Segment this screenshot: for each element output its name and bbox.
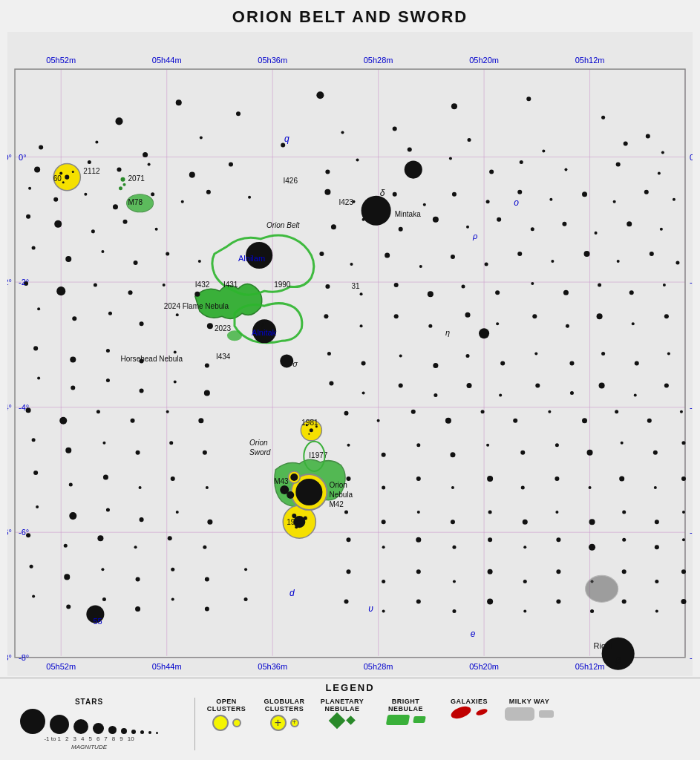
svg-point-69 (526, 96, 531, 101)
svg-point-129 (531, 227, 534, 231)
svg-point-280 (451, 520, 455, 524)
svg-point-218 (634, 394, 637, 397)
svg-point-154 (94, 284, 97, 287)
svg-point-310 (205, 577, 209, 581)
svg-point-112 (517, 190, 522, 194)
svg-point-126 (433, 217, 439, 223)
svg-point-105 (248, 196, 251, 199)
svg-point-124 (362, 218, 365, 221)
svg-point-338 (622, 599, 627, 603)
legend-star-mag1 (20, 709, 45, 734)
svg-point-199 (569, 361, 574, 365)
svg-point-327 (171, 597, 174, 600)
legend-stars-row (20, 709, 158, 734)
legend-area: LEGEND STARS -1 to 1 (0, 678, 700, 760)
svg-point-94 (520, 160, 523, 164)
svg-point-168 (663, 284, 666, 286)
svg-point-191 (205, 363, 209, 367)
svg-point-153 (56, 286, 65, 295)
svg-point-255 (69, 482, 73, 486)
svg-point-244 (382, 453, 386, 457)
main-container: ORION BELT AND SWORD 05h52m 05h44m (0, 0, 700, 760)
svg-point-329 (244, 597, 248, 601)
svg-point-291 (134, 546, 137, 548)
svg-point-116 (644, 190, 649, 194)
svg-text:05h12m: 05h12m (575, 56, 605, 65)
svg-text:β: β (615, 655, 621, 666)
svg-text:-8°: -8° (19, 653, 29, 662)
svg-point-262 (416, 476, 421, 481)
svg-point-84 (88, 160, 91, 164)
svg-point-317 (523, 580, 527, 583)
svg-point-170 (72, 316, 76, 321)
svg-point-300 (556, 537, 560, 542)
svg-text:-2°: -2° (7, 278, 12, 286)
svg-point-83 (34, 167, 40, 173)
legend-star-mag7 (131, 730, 136, 734)
svg-point-127 (466, 226, 469, 229)
svg-point-165 (563, 290, 569, 295)
svg-text:Nebula: Nebula (329, 491, 353, 499)
svg-point-63 (115, 117, 122, 125)
svg-point-92 (449, 157, 452, 160)
svg-point-332 (416, 599, 421, 603)
legend-content: STARS -1 to 1 2 3 4 (7, 698, 693, 750)
svg-text:2024 Flame Nebula: 2024 Flame Nebula (164, 302, 229, 310)
svg-point-78 (408, 148, 412, 152)
svg-point-157 (194, 292, 200, 297)
svg-point-184 (632, 322, 635, 325)
legend-galaxies: GALAXIES (447, 698, 491, 718)
svg-text:05h52m: 05h52m (46, 56, 76, 65)
svg-text:I434: I434 (216, 353, 231, 361)
legend-star-mag10 (156, 732, 158, 734)
svg-point-290 (97, 535, 103, 541)
svg-point-149 (617, 260, 620, 263)
svg-point-223 (131, 419, 135, 423)
svg-point-51 (304, 517, 307, 520)
legend-galaxies-symbols (451, 707, 488, 718)
bright-nebula-symbol-small (413, 716, 426, 723)
svg-point-176 (360, 324, 363, 327)
planetary-symbol-small (346, 715, 356, 725)
svg-point-297 (452, 546, 456, 549)
svg-point-285 (622, 511, 626, 514)
svg-point-316 (488, 569, 493, 574)
svg-point-147 (551, 260, 554, 263)
svg-point-175 (324, 314, 328, 318)
svg-point-143 (419, 265, 422, 268)
svg-point-117 (673, 198, 676, 201)
svg-point-257 (139, 486, 142, 489)
legend-stars-section: STARS -1 to 1 2 3 4 (7, 698, 171, 750)
svg-point-182 (566, 324, 569, 328)
svg-point-186 (33, 346, 38, 350)
svg-text:-2°: -2° (19, 278, 29, 286)
svg-point-240 (136, 451, 140, 455)
svg-point-234 (615, 410, 618, 413)
svg-point-213 (467, 383, 472, 388)
svg-point-204 (71, 386, 75, 390)
svg-point-247 (486, 444, 489, 447)
svg-point-296 (416, 537, 421, 543)
svg-text:υ: υ (368, 603, 373, 614)
svg-point-230 (481, 410, 485, 413)
svg-point-122 (155, 228, 158, 231)
svg-text:-4°: -4° (7, 403, 12, 412)
legend-milky-way-symbols (505, 707, 554, 721)
svg-point-259 (206, 486, 209, 489)
svg-point-99 (53, 197, 58, 202)
legend-bright-nebulae: BRIGHTNEBULAE (378, 698, 434, 725)
svg-point-302 (622, 538, 626, 542)
svg-point-323 (32, 594, 35, 597)
svg-point-136 (101, 250, 104, 253)
legend-globular-clusters-symbols (270, 715, 299, 731)
svg-point-177 (394, 314, 399, 318)
svg-point-167 (629, 290, 634, 295)
svg-point-53 (362, 196, 391, 226)
svg-point-201 (635, 361, 639, 365)
svg-point-103 (181, 200, 184, 203)
svg-text:2071: 2071 (128, 174, 145, 183)
svg-point-183 (597, 313, 603, 319)
svg-point-270 (681, 476, 686, 481)
svg-point-343 (405, 161, 422, 179)
legend-galaxies-label: GALAXIES (451, 698, 488, 705)
